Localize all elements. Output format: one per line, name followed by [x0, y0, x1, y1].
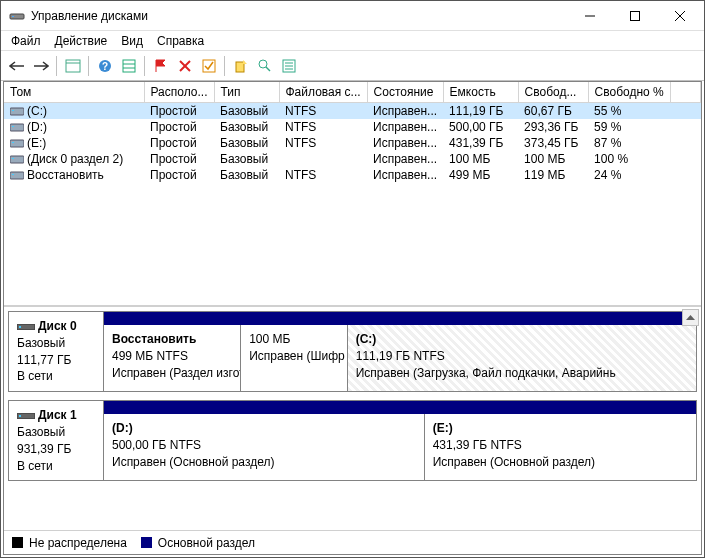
- svg-rect-36: [19, 415, 21, 417]
- menu-file[interactable]: Файл: [5, 32, 47, 50]
- back-button[interactable]: [5, 54, 28, 77]
- titlebar[interactable]: Управление дисками: [1, 1, 704, 31]
- svg-rect-23: [10, 108, 24, 115]
- toolbar-separator: [88, 56, 89, 76]
- col-fs[interactable]: Файловая с...: [279, 82, 367, 103]
- partition[interactable]: (E:)431,39 ГБ NTFSИсправен (Основной раз…: [424, 414, 696, 480]
- properties-icon[interactable]: [277, 54, 300, 77]
- delete-icon[interactable]: [173, 54, 196, 77]
- forward-button[interactable]: [29, 54, 52, 77]
- svg-rect-25: [10, 124, 24, 131]
- svg-point-17: [259, 60, 267, 68]
- legend-primary: Основной раздел: [158, 536, 255, 550]
- volume-table: Том Располо... Тип Файловая с... Состоян…: [4, 82, 701, 183]
- menu-help[interactable]: Справка: [151, 32, 210, 50]
- content-area: Том Располо... Тип Файловая с... Состоян…: [3, 81, 702, 555]
- table-row[interactable]: (C:)ПростойБазовыйNTFSИсправен...111,19 …: [4, 103, 701, 120]
- col-free[interactable]: Свобод...: [518, 82, 588, 103]
- svg-rect-24: [12, 110, 14, 111]
- svg-rect-31: [10, 172, 24, 179]
- new-icon[interactable]: [229, 54, 252, 77]
- disk-icon: [10, 138, 24, 149]
- legend-square-unalloc: [12, 537, 23, 548]
- svg-rect-3: [630, 11, 639, 20]
- flag-icon[interactable]: [149, 54, 172, 77]
- col-layout[interactable]: Располо...: [144, 82, 214, 103]
- disk-icon: [10, 122, 24, 133]
- legend: Не распределена Основной раздел: [4, 530, 701, 554]
- toolbar-separator: [224, 56, 225, 76]
- close-button[interactable]: [657, 1, 702, 30]
- svg-rect-10: [123, 60, 135, 72]
- svg-rect-27: [10, 140, 24, 147]
- disk-row: Диск 0Базовый111,77 ГБВ сетиВосстановить…: [8, 311, 697, 392]
- partition[interactable]: (C:)111,19 ГБ NTFSИсправен (Загрузка, Фа…: [347, 325, 696, 391]
- menubar: Файл Действие Вид Справка: [1, 31, 704, 51]
- svg-rect-26: [12, 126, 14, 127]
- col-freepct[interactable]: Свободно %: [588, 82, 670, 103]
- disk-icon: [17, 413, 35, 419]
- svg-rect-1: [12, 16, 14, 17]
- table-row[interactable]: (Диск 0 раздел 2)ПростойБазовыйИсправен.…: [4, 151, 701, 167]
- help-icon[interactable]: ?: [93, 54, 116, 77]
- disk-icon: [17, 324, 35, 330]
- svg-line-18: [266, 67, 270, 71]
- disk-header[interactable]: Диск 0Базовый111,77 ГБВ сети: [9, 312, 104, 391]
- disk-icon: [10, 154, 24, 165]
- toolbar-separator: [56, 56, 57, 76]
- partition-color-bar: [104, 401, 696, 414]
- disk-graphic-pane[interactable]: Диск 0Базовый111,77 ГБВ сетиВосстановить…: [4, 307, 701, 530]
- partition[interactable]: Восстановить499 МБ NTFSИсправен (Раздел …: [104, 325, 240, 391]
- partition[interactable]: (D:)500,00 ГБ NTFSИсправен (Основной раз…: [104, 414, 424, 480]
- partition[interactable]: 100 МБИсправен (Шифр: [240, 325, 347, 391]
- legend-square-primary: [141, 537, 152, 548]
- window-controls: [567, 1, 702, 30]
- disk-icon: [10, 170, 24, 181]
- menu-view[interactable]: Вид: [115, 32, 149, 50]
- toolbar-separator: [144, 56, 145, 76]
- menu-action[interactable]: Действие: [49, 32, 114, 50]
- table-row[interactable]: ВосстановитьПростойБазовыйNTFSИсправен..…: [4, 167, 701, 183]
- table-row[interactable]: (E:)ПростойБазовыйNTFSИсправен...431,39 …: [4, 135, 701, 151]
- check-icon[interactable]: [197, 54, 220, 77]
- svg-rect-6: [66, 60, 80, 72]
- svg-rect-15: [203, 60, 215, 72]
- settings-button[interactable]: [117, 54, 140, 77]
- disk-header[interactable]: Диск 1Базовый931,39 ГБВ сети: [9, 401, 104, 480]
- show-hide-icon[interactable]: [61, 54, 84, 77]
- svg-rect-29: [10, 156, 24, 163]
- scroll-up-icon[interactable]: [682, 309, 699, 326]
- disk-row: Диск 1Базовый931,39 ГБВ сети(D:)500,00 Г…: [8, 400, 697, 481]
- col-status[interactable]: Состояние: [367, 82, 443, 103]
- svg-rect-16: [236, 62, 244, 72]
- disk-icon: [10, 106, 24, 117]
- app-icon: [9, 8, 25, 24]
- col-type[interactable]: Тип: [214, 82, 279, 103]
- toolbar: ?: [1, 51, 704, 81]
- svg-text:?: ?: [101, 61, 107, 72]
- col-volume[interactable]: Том: [4, 82, 144, 103]
- svg-rect-34: [19, 326, 21, 328]
- partition-color-bar: [104, 312, 696, 325]
- col-spacer: [670, 82, 700, 103]
- window-title: Управление дисками: [31, 9, 567, 23]
- volume-list-pane[interactable]: Том Располо... Тип Файловая с... Состоян…: [4, 82, 701, 307]
- col-capacity[interactable]: Емкость: [443, 82, 518, 103]
- maximize-button[interactable]: [612, 1, 657, 30]
- svg-rect-30: [12, 158, 14, 159]
- legend-unallocated: Не распределена: [29, 536, 127, 550]
- table-row[interactable]: (D:)ПростойБазовыйNTFSИсправен...500,00 …: [4, 119, 701, 135]
- svg-rect-28: [12, 142, 14, 143]
- window: Управление дисками Файл Действие Вид Спр…: [0, 0, 705, 558]
- search-icon[interactable]: [253, 54, 276, 77]
- svg-rect-32: [12, 174, 14, 175]
- minimize-button[interactable]: [567, 1, 612, 30]
